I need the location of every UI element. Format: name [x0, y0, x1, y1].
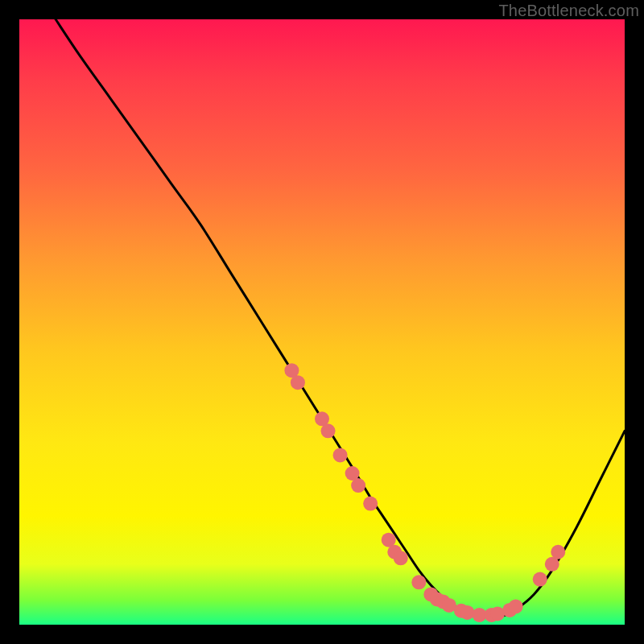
curve-marker	[509, 599, 523, 613]
bottleneck-curve-line	[56, 19, 625, 617]
watermark-text: TheBottleneck.com	[498, 2, 639, 20]
curve-marker	[394, 551, 408, 565]
chart-svg	[19, 19, 625, 625]
curve-marker	[551, 545, 565, 559]
curve-marker	[533, 572, 547, 587]
chart-frame	[19, 19, 625, 625]
curve-marker	[460, 605, 474, 620]
curve-marker	[321, 423, 336, 438]
curve-markers	[284, 363, 565, 622]
curve-marker	[351, 478, 365, 493]
curve-marker	[333, 448, 348, 462]
curve-marker	[363, 497, 378, 511]
curve-marker	[291, 375, 305, 390]
curve-marker	[411, 575, 426, 589]
